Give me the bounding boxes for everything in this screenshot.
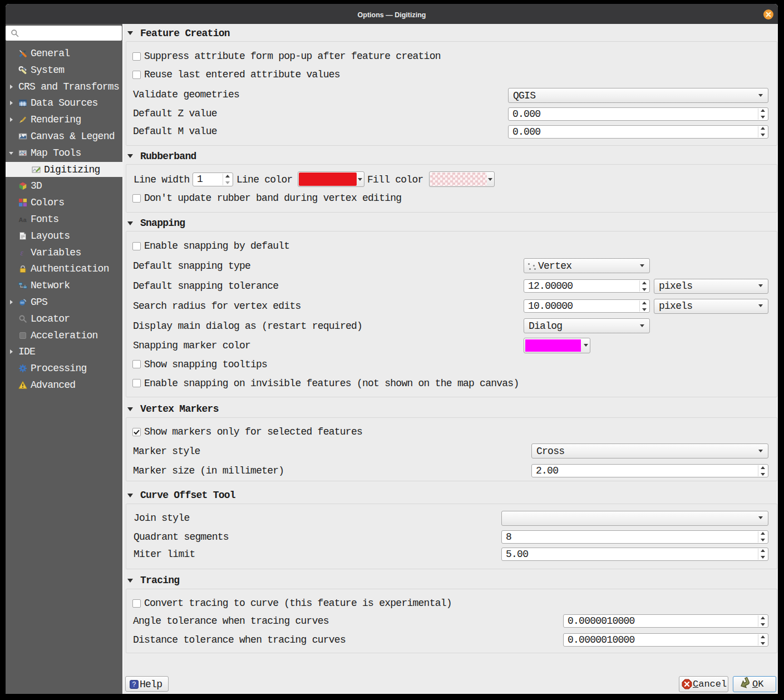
svg-text:Aa: Aa bbox=[19, 216, 27, 223]
svg-text:?: ? bbox=[132, 681, 136, 689]
svg-text:ε: ε bbox=[21, 249, 24, 257]
